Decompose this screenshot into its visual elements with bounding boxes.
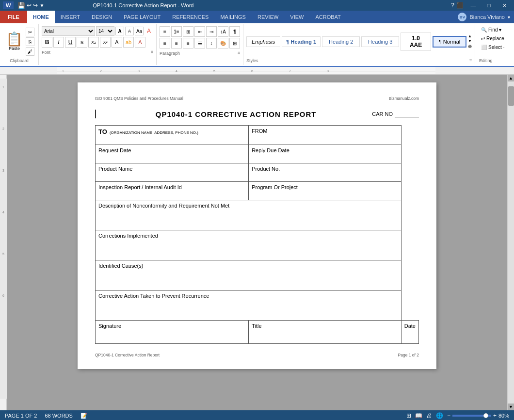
- style-normal[interactable]: ¶ Normal: [433, 36, 466, 48]
- tab-review[interactable]: REVIEW: [252, 11, 284, 23]
- user-menu-arrow[interactable]: ▾: [508, 15, 510, 20]
- tab-acrobat[interactable]: ACROBAT: [309, 11, 346, 23]
- find-button[interactable]: 🔍 Find ▾: [479, 26, 510, 33]
- app-icon: W: [3, 1, 14, 9]
- scroll-up-button[interactable]: ▲: [508, 75, 514, 81]
- redo-icon[interactable]: ↪: [33, 2, 38, 9]
- scrollbar[interactable]: ▲ ▼: [507, 75, 514, 410]
- replace-button[interactable]: ⇄ Replace: [479, 35, 510, 42]
- align-center-button[interactable]: ≡: [171, 38, 182, 48]
- justify-button[interactable]: ☰: [194, 38, 205, 48]
- tab-insert[interactable]: INSERT: [55, 11, 86, 23]
- tab-home[interactable]: HOME: [27, 11, 55, 23]
- help-icon[interactable]: ?: [451, 2, 454, 9]
- format-painter-button[interactable]: 🖌: [26, 47, 34, 56]
- proofing-icon[interactable]: 📝: [80, 413, 87, 419]
- bold-button[interactable]: B: [42, 37, 52, 48]
- clipboard-group: 📋 Paste ✂ ⎘ 🖌 Clipboard: [0, 24, 39, 65]
- tab-view[interactable]: VIEW: [284, 11, 309, 23]
- numbering-button[interactable]: 1≡: [171, 26, 182, 37]
- web-layout-icon[interactable]: 🌐: [436, 412, 443, 419]
- vertical-ruler: 1 2 3 4 5 6: [0, 75, 7, 410]
- highlight-button[interactable]: ab: [123, 37, 134, 48]
- tab-references[interactable]: REFERENCES: [166, 11, 214, 23]
- styles-scroll[interactable]: ▲ ▼ ⊕: [468, 34, 472, 49]
- font-label: Font ⌗: [42, 49, 153, 55]
- request-date-label: Request Date: [98, 147, 131, 153]
- multilevel-list-button[interactable]: ⊞: [183, 26, 193, 37]
- strikethrough-button[interactable]: S̶: [77, 37, 87, 48]
- decrease-font-button[interactable]: A: [125, 27, 134, 35]
- style-heading1[interactable]: ¶ Heading 1: [282, 36, 321, 47]
- line-spacing-button[interactable]: ↕: [206, 38, 217, 48]
- zoom-slider[interactable]: [452, 415, 491, 417]
- underline-button[interactable]: U: [65, 37, 76, 48]
- paste-icon: 📋: [6, 32, 23, 46]
- italic-button[interactable]: I: [53, 37, 64, 48]
- main-area: 1 2 3 4 5 6 ISO 9001 QMS Policies and Pr…: [0, 75, 514, 410]
- text-effects-button[interactable]: A: [112, 37, 122, 48]
- signature-label: Signature: [98, 323, 121, 329]
- file-tab[interactable]: FILE: [0, 11, 27, 23]
- paste-button[interactable]: 📋 Paste: [4, 32, 25, 52]
- font-dialog-launcher[interactable]: ⌗: [151, 49, 153, 55]
- cut-button[interactable]: ✂: [26, 28, 34, 36]
- style-emphasis[interactable]: Emphasis: [246, 36, 280, 47]
- select-button[interactable]: ⬜ Select -: [479, 44, 510, 51]
- font-name-select[interactable]: Arial: [42, 26, 95, 36]
- superscript-button[interactable]: X²: [100, 37, 111, 48]
- scroll-down-button[interactable]: ▼: [508, 404, 514, 410]
- style-heading3[interactable]: Heading 3: [361, 36, 399, 47]
- copy-button[interactable]: ⎘: [26, 37, 34, 46]
- layout-icon[interactable]: ⊞: [406, 412, 411, 419]
- ribbon-toggle-icon[interactable]: ⬛: [456, 2, 464, 9]
- reply-due-date-label: Reply Due Date: [252, 147, 289, 153]
- paragraph-dialog-launcher[interactable]: ⌗: [238, 50, 240, 56]
- increase-indent-button[interactable]: ⇥: [206, 26, 217, 37]
- font-size-select[interactable]: 14: [96, 26, 114, 36]
- subscript-button[interactable]: X₂: [88, 37, 99, 48]
- save-icon[interactable]: 💾: [17, 2, 25, 9]
- show-hide-button[interactable]: ¶: [229, 26, 240, 37]
- find-icon: 🔍: [481, 27, 487, 32]
- read-mode-icon[interactable]: 📖: [415, 412, 422, 419]
- window-title: QP1040-1 Corrective Action Report - Word: [46, 2, 240, 8]
- title-label: Title: [252, 323, 261, 329]
- clear-formatting-button[interactable]: A: [145, 27, 153, 35]
- close-button[interactable]: ✕: [497, 0, 512, 11]
- table-row: Identified Cause(s): [96, 260, 419, 291]
- tab-mailings[interactable]: MAILINGS: [214, 11, 252, 23]
- undo-icon[interactable]: ↩: [27, 2, 32, 9]
- align-left-button[interactable]: ≡: [160, 38, 170, 48]
- svg-text:2: 2: [100, 69, 102, 73]
- tab-design[interactable]: DESIGN: [86, 11, 118, 23]
- font-color-button[interactable]: A: [135, 37, 145, 48]
- style-heading2[interactable]: Heading 2: [322, 36, 360, 47]
- styles-dialog-launcher[interactable]: ⌗: [469, 58, 472, 63]
- replace-icon: ⇄: [481, 36, 485, 41]
- corrections-cell: Corrections Implemented: [96, 230, 402, 260]
- style-1-0-aae[interactable]: 1.0 AAE: [401, 32, 431, 51]
- bullets-button[interactable]: ≡: [160, 26, 170, 37]
- increase-font-button[interactable]: A: [115, 27, 124, 35]
- zoom-out-button[interactable]: −: [447, 412, 450, 419]
- decrease-indent-button[interactable]: ⇤: [194, 26, 205, 37]
- print-layout-icon[interactable]: 🖨: [426, 412, 432, 419]
- align-right-button[interactable]: ≡: [183, 38, 193, 48]
- sort-button[interactable]: ↕A: [218, 26, 228, 37]
- scroll-thumb[interactable]: [508, 86, 514, 106]
- to-sub-label: (ORGANIZATION NAME, ADDRESS, PHONE NO.): [110, 130, 198, 135]
- minimize-button[interactable]: —: [466, 0, 481, 11]
- shading-button[interactable]: 🎨: [218, 38, 228, 48]
- svg-text:4: 4: [176, 69, 177, 73]
- zoom-in-button[interactable]: +: [493, 412, 497, 419]
- to-label: TO: [98, 128, 107, 135]
- borders-button[interactable]: ⊞: [229, 38, 240, 48]
- paragraph-group: ≡ 1≡ ⊞ ⇤ ⇥ ↕A ¶ ≡ ≡ ≡ ☰ ↕ 🎨 ⊞ Paragraph …: [157, 24, 243, 65]
- maximize-button[interactable]: □: [481, 0, 497, 11]
- customize-icon[interactable]: ▼: [39, 3, 44, 8]
- styles-gallery: Emphasis ¶ Heading 1 Heading 2 Heading 3…: [246, 26, 472, 57]
- status-right: ⊞ 📖 🖨 🌐 − + 80%: [406, 412, 509, 419]
- change-case-button[interactable]: Aa: [135, 27, 144, 35]
- tab-page-layout[interactable]: PAGE LAYOUT: [118, 11, 166, 23]
